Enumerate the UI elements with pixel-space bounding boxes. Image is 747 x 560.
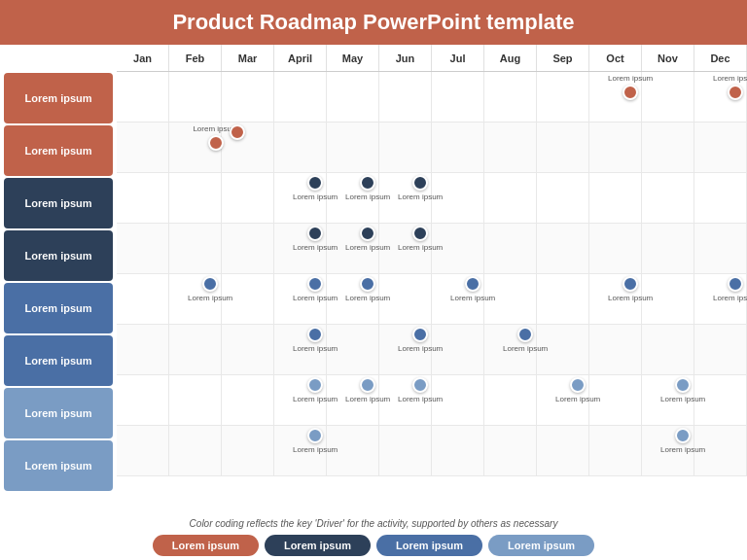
dot-label-r2-1: Lorem ipsum: [345, 192, 390, 201]
cell-r1-m10: [642, 122, 694, 172]
dot-r4-3: [465, 276, 480, 292]
dot-label-r4-0: Lorem ipsum: [188, 294, 232, 302]
dot-r3-1: [360, 226, 375, 241]
milestone-r5-0: Lorem ipsum: [293, 327, 338, 353]
cell-r0-m7: [484, 72, 537, 122]
milestone-r5-2: Lorem ipsum: [503, 327, 548, 353]
cell-r2-m7: [484, 173, 537, 223]
month-oct: Oct: [589, 45, 642, 71]
row-label-6: Lorem ipsum: [4, 388, 113, 438]
row-label-1: Lorem ipsum: [4, 125, 113, 176]
cell-r1-m0: [117, 122, 169, 172]
dot-r5-2: [517, 327, 533, 342]
milestone-r7-0: Lorem ipsum: [293, 428, 338, 454]
month-jan: Jan: [117, 45, 169, 71]
cell-r3-m11: [694, 224, 747, 273]
row-label-7: Lorem ipsum: [4, 440, 113, 491]
cell-r3-m2: [222, 224, 274, 273]
cell-r6-m2: [222, 375, 274, 425]
dot-label-r4-5: Lorem ipsum: [713, 294, 747, 302]
dot-label-r0-1: Lorem ipsum: [713, 74, 747, 83]
cell-r0-m0: [117, 72, 169, 122]
cell-r6-m1: [169, 375, 222, 425]
dot-r5-0: [307, 327, 323, 342]
cell-r2-m11: [694, 173, 747, 223]
cell-r5-m11: [694, 325, 747, 374]
dot-r4-1: [307, 276, 323, 292]
cell-r7-m0: [117, 426, 169, 475]
month-feb: Feb: [169, 45, 222, 71]
cell-r7-m8: [537, 426, 589, 475]
milestone-r6-0: Lorem ipsum: [293, 377, 338, 403]
month-nov: Nov: [642, 45, 694, 71]
gantt-rows: Lorem ipsumLorem ipsumLorem ipsumLorem i…: [117, 72, 747, 514]
milestone-r3-1: Lorem ipsum: [345, 226, 390, 252]
dot-r6-4: [675, 377, 691, 393]
gantt-row-3: Lorem ipsumLorem ipsumLorem ipsum: [117, 224, 747, 274]
cell-r3-m1: [169, 224, 222, 273]
milestone-r0-1: Lorem ipsum: [713, 74, 747, 100]
cell-r0-m5: [379, 72, 432, 122]
month-jul: Jul: [432, 45, 484, 71]
dot-r4-2: [360, 276, 375, 292]
dot-r1-1: [230, 124, 245, 140]
dot-label-r7-0: Lorem ipsum: [293, 445, 338, 454]
dot-r2-0: [307, 175, 323, 191]
cell-r6-m0: [117, 375, 169, 425]
cell-r3-m7: [484, 224, 537, 273]
cell-r2-m1: [169, 173, 222, 223]
cell-r5-m0: [117, 325, 169, 374]
dot-r3-2: [412, 226, 428, 241]
dot-r5-1: [412, 327, 428, 342]
dot-label-r5-0: Lorem ipsum: [293, 344, 338, 353]
cell-r1-m3: [274, 122, 327, 172]
cell-r2-m8: [537, 173, 589, 223]
dot-r3-0: [307, 226, 323, 241]
cell-r5-m9: [589, 325, 642, 374]
milestone-r4-3: Lorem ipsum: [450, 276, 495, 302]
dot-label-r4-3: Lorem ipsum: [450, 294, 495, 302]
dot-label-r6-2: Lorem ipsum: [398, 395, 443, 403]
cell-r0-m3: [274, 72, 327, 122]
dot-label-r5-2: Lorem ipsum: [503, 344, 548, 353]
row-label-3: Lorem ipsum: [4, 230, 113, 281]
dot-label-r4-1: Lorem ipsum: [293, 294, 338, 302]
legend-item-2: Lorem ipsum: [376, 535, 482, 556]
cell-r2-m2: [222, 173, 274, 223]
slide-title: Product Roadmap PowerPoint template: [0, 0, 747, 45]
dot-label-r0-0: Lorem ipsum: [608, 74, 653, 83]
cell-r7-m7: [484, 426, 537, 475]
cell-r2-m10: [642, 173, 694, 223]
month-may: May: [327, 45, 379, 71]
cell-r2-m0: [117, 173, 169, 223]
month-sep: Sep: [537, 45, 589, 71]
dot-label-r7-1: Lorem ipsum: [660, 445, 705, 454]
cell-r7-m6: [432, 426, 484, 475]
milestone-r7-1: Lorem ipsum: [660, 428, 705, 454]
legend-item-0: Lorem ipsum: [153, 535, 259, 556]
milestone-r4-2: Lorem ipsum: [345, 276, 390, 302]
milestone-r6-4: Lorem ipsum: [660, 377, 705, 403]
cell-r3-m0: [117, 224, 169, 273]
milestone-r3-0: Lorem ipsum: [293, 226, 338, 252]
cell-r0-m8: [537, 72, 589, 122]
dot-r0-0: [622, 85, 638, 100]
cell-r1-m6: [432, 122, 484, 172]
cell-r0-m4: [327, 72, 379, 122]
milestone-r4-1: Lorem ipsum: [293, 276, 338, 302]
dot-label-r6-1: Lorem ipsum: [345, 395, 390, 403]
dot-label-r6-4: Lorem ipsum: [660, 395, 705, 403]
cell-r0-m1: [169, 72, 222, 122]
cell-r1-m11: [694, 122, 747, 172]
cell-r1-m9: [589, 122, 642, 172]
milestone-r0-0: Lorem ipsum: [608, 74, 653, 100]
dot-label-r3-0: Lorem ipsum: [293, 243, 338, 252]
milestone-r2-1: Lorem ipsum: [345, 175, 390, 201]
milestone-r6-2: Lorem ipsum: [398, 377, 443, 403]
month-april: April: [274, 45, 327, 71]
dot-r6-1: [360, 377, 375, 393]
cell-r3-m10: [642, 224, 694, 273]
dot-r0-1: [728, 85, 743, 100]
cell-r4-m0: [117, 274, 169, 324]
cell-r2-m9: [589, 173, 642, 223]
